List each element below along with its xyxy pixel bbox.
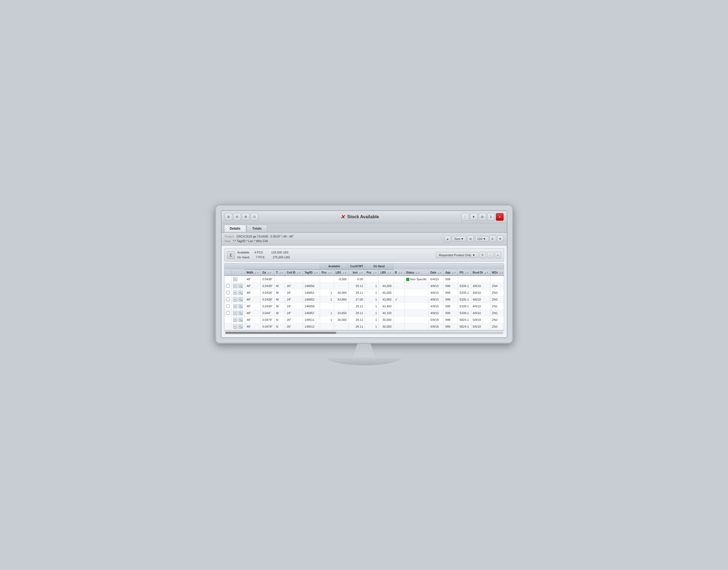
e-button[interactable]: E: [489, 236, 496, 242]
th-date[interactable]: Date ▲▼: [429, 269, 443, 276]
row-checkbox[interactable]: [226, 304, 230, 308]
cell-check[interactable]: [225, 323, 232, 330]
toolbar-btn-4[interactable]: ⊡: [251, 213, 258, 221]
available-lbs: 129,500 LBS: [271, 251, 289, 254]
window-title: Stock Available: [347, 215, 379, 219]
cell-rcvd-dt: 4/8/10: [471, 289, 490, 296]
expand-icon-button[interactable]: +: [233, 277, 238, 281]
cell-age: 999: [444, 317, 458, 323]
expand-icon-button[interactable]: +: [233, 291, 238, 295]
cell-wzn: ZN4: [490, 283, 504, 289]
cell-icons: + 🔍: [231, 296, 245, 303]
info-button[interactable]: ℹ: [487, 213, 495, 221]
expand-icon-button[interactable]: +: [233, 324, 238, 329]
refresh-button[interactable]: ↻: [479, 252, 486, 258]
cell-rcvd-dt: [471, 276, 490, 283]
tab-totals[interactable]: Totals: [247, 225, 267, 232]
th-oh-pcs[interactable]: Pcs ▲▼: [365, 269, 379, 276]
cell-avail-lbs: [334, 323, 348, 330]
cell-age: 999: [444, 323, 458, 330]
row-checkbox[interactable]: [226, 291, 230, 294]
zoom-icon-button[interactable]: 🔍: [239, 304, 243, 308]
row-checkbox[interactable]: [226, 284, 230, 288]
th-coil-id[interactable]: Coil ID ▲▼: [285, 269, 303, 276]
expand-icon-button[interactable]: +: [233, 297, 238, 302]
th-age[interactable]: Age ▲▼: [444, 269, 458, 276]
filter-button[interactable]: ▼: [470, 213, 477, 221]
cell-check[interactable]: [225, 289, 232, 296]
cell-ga: 0.0478": [261, 323, 275, 330]
whs-button[interactable]: CHI ▼: [475, 236, 488, 242]
forward-button[interactable]: »: [495, 252, 501, 258]
toolbar-btn-2[interactable]: ⊟: [233, 213, 241, 221]
requested-product-button[interactable]: Requested Product Only ▼: [436, 252, 478, 258]
cell-oh-pcs: 1: [365, 317, 379, 323]
cell-age: 999: [444, 283, 458, 289]
cell-rcvd-dt: 4/8/10: [471, 296, 490, 303]
zoom-icon-button[interactable]: 🔍: [239, 291, 243, 295]
cell-avail-lbs: 30,000: [334, 317, 348, 323]
toolbar-btn-3[interactable]: ⊠: [242, 213, 250, 221]
th-status[interactable]: Status ▲▼: [404, 269, 429, 276]
th-wdth-group: [245, 263, 320, 269]
zoom-icon-button[interactable]: 🔍: [239, 318, 243, 322]
cell-check[interactable]: [225, 303, 232, 310]
cell-check[interactable]: [225, 317, 232, 323]
settings-button[interactable]: ⚙: [479, 213, 486, 221]
th-wzn[interactable]: WZn ▲▼: [490, 269, 504, 276]
th-cost-cwt[interactable]: Invt ▲▼: [348, 269, 365, 276]
cell-po: 5339-1: [458, 303, 471, 310]
zoom-icon-button[interactable]: 🔍: [239, 324, 243, 329]
sort-down-button[interactable]: ▼: [497, 236, 503, 242]
expand-icon-button[interactable]: +: [233, 284, 238, 288]
cell-check[interactable]: [225, 310, 232, 317]
zoom-icon-button[interactable]: 🔍: [239, 311, 243, 315]
th-rcvd-dt[interactable]: Rcvd Dt ▲▼: [471, 269, 490, 276]
sort-up-button[interactable]: ▲: [444, 236, 451, 242]
cell-b: [393, 289, 404, 296]
cell-check[interactable]: [225, 276, 232, 283]
sigma-button[interactable]: Σ: [227, 251, 235, 259]
cell-cost-cwt: 29.11: [348, 310, 365, 317]
th-wdth[interactable]: Wdth ▲▼: [245, 269, 261, 276]
expand-icon-button[interactable]: +: [233, 304, 238, 308]
table-body: + 48" 0.0438" -9,000 0.00 Non Specific 5…: [225, 276, 504, 330]
th-po[interactable]: PO ▲▼: [458, 269, 471, 276]
cell-check[interactable]: [225, 296, 232, 303]
cell-status: [404, 296, 429, 303]
cell-wzn: ZN1: [490, 303, 504, 310]
horizontal-scrollbar[interactable]: [224, 330, 504, 335]
requested-label: Requested Product Only: [439, 253, 471, 257]
cell-avail-lbs: [334, 303, 348, 310]
expand-icon-button[interactable]: +: [233, 318, 238, 322]
cell-oh-lbs: 44,200: [379, 283, 393, 289]
th-ga[interactable]: Ga ▲▼: [261, 269, 275, 276]
zoom-icon-button[interactable]: 🔍: [239, 297, 243, 302]
th-oh-lbs[interactable]: LBS ▲▼: [379, 269, 393, 276]
copy-button[interactable]: ⧉: [467, 236, 474, 242]
toolbar-btn-1[interactable]: ⊞: [225, 213, 232, 221]
cell-date: 5/9/18: [429, 317, 443, 323]
th-avail-lbs[interactable]: LBS ▲▼: [334, 269, 348, 276]
more-button[interactable]: ⋮: [487, 252, 493, 258]
zoom-icon-button[interactable]: 🔍: [239, 284, 243, 288]
menu-button[interactable]: ⋮: [461, 213, 469, 221]
on-hand-lbs: 275,650 LBS: [273, 256, 290, 259]
product-info: Product CRC\CS\18 ga \"0.0438 - 0.0518" …: [225, 234, 294, 244]
expand-icon-button[interactable]: +: [233, 311, 238, 315]
row-checkbox[interactable]: [226, 298, 230, 301]
scrollbar-thumb[interactable]: [225, 332, 336, 334]
row-checkbox[interactable]: [226, 311, 230, 315]
status-text: Non Specific: [410, 278, 427, 281]
th-t[interactable]: T ▲▼: [274, 269, 285, 276]
cell-avail-pcs: [320, 283, 334, 289]
th-tag-id[interactable]: Tag/ID ▲▼: [303, 269, 320, 276]
cell-check[interactable]: [225, 283, 232, 289]
cell-ga: 0.0438": [261, 296, 275, 303]
th-avail-pcs[interactable]: Pcs ▲▼: [320, 269, 334, 276]
close-button[interactable]: ✕: [496, 213, 503, 221]
tab-details[interactable]: Details: [224, 225, 246, 232]
th-b[interactable]: B ▲▼: [393, 269, 404, 276]
size-button[interactable]: Size ▼: [452, 236, 466, 242]
monitor-neck: [348, 344, 380, 357]
